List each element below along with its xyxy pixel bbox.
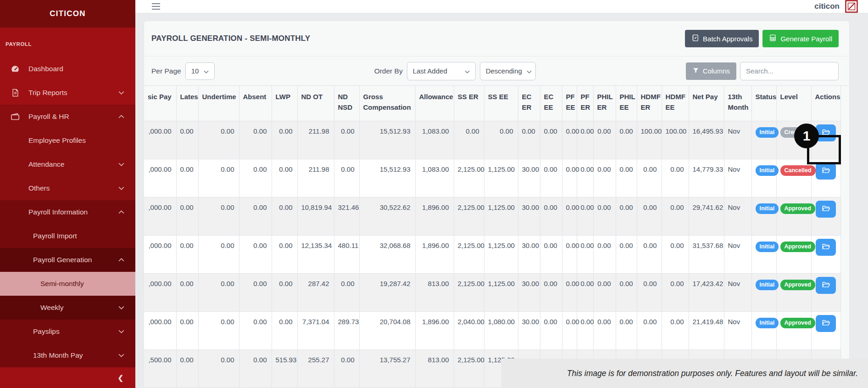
cell: 0.00 — [562, 273, 577, 311]
sidebar-collapse-bar[interactable]: ❮ — [0, 367, 135, 388]
company-logo-icon[interactable] — [845, 0, 858, 13]
column-header-nd-nsd: ND NSD — [334, 86, 359, 121]
sidebar-item-employee-profiles[interactable]: Employee Profiles — [0, 129, 135, 152]
wallet-icon — [9, 112, 21, 122]
cell: 100.00 — [662, 121, 689, 159]
order-by-select[interactable]: Last Added — [407, 62, 476, 80]
batch-approvals-button[interactable]: Batch Approvals — [685, 30, 759, 47]
generate-payroll-button[interactable]: Generate Payroll — [762, 30, 839, 47]
document-icon — [9, 88, 21, 97]
per-page-label: Per Page — [151, 67, 181, 75]
sidebar-item-dashboard[interactable]: Dashboard — [0, 57, 135, 81]
column-header-allowance: Allowance — [415, 86, 454, 121]
column-header-hdmf-ee: HDMF EE — [662, 86, 689, 121]
table-row: ,000.000.000.000.000.0010,819.94321.4630… — [144, 197, 840, 235]
cell: 0.00 — [334, 349, 359, 388]
sidebar-item-payslips[interactable]: Payslips — [0, 320, 135, 343]
per-page-select[interactable]: 10 — [185, 62, 215, 80]
cell: 1,080.00 — [484, 311, 518, 349]
open-payroll-button[interactable] — [816, 315, 836, 332]
cell: 15,512.93 — [359, 159, 415, 197]
sidebar-item-label: Payroll & HR — [28, 112, 69, 121]
sidebar-item-label: Payslips — [33, 327, 60, 336]
sidebar-item-payroll-information[interactable]: Payroll Information — [0, 200, 135, 224]
cell: 20,704.08 — [359, 311, 415, 349]
sidebar-item-label: Dashboard — [28, 65, 63, 73]
cell: 0.00 — [272, 311, 297, 349]
payroll-table: sic PayLatesUndertimeAbsentLWPND OTND NS… — [144, 85, 849, 388]
menu-toggle-icon[interactable] — [151, 3, 161, 10]
sidebar-item-attendance[interactable]: Attendance — [0, 152, 135, 176]
cell: 0.00 — [562, 159, 577, 197]
cell: 1,125.00 — [484, 235, 518, 273]
column-header-ec-ee: EC EE — [540, 86, 562, 121]
sidebar-item-weekly[interactable]: Weekly — [0, 296, 135, 320]
cell: 0.00 — [239, 159, 272, 197]
cell: 2,125.00 — [454, 159, 484, 197]
open-payroll-button[interactable] — [816, 277, 836, 294]
cell: 0.00 — [616, 121, 637, 159]
cell: 0.00 — [198, 159, 239, 197]
search-input[interactable] — [740, 62, 839, 80]
cell: 0.00 — [176, 311, 198, 349]
cell: 0.00 — [577, 273, 593, 311]
cell: 813.00 — [415, 349, 454, 388]
cell: 32,068.68 — [359, 235, 415, 273]
cell-actions — [811, 311, 840, 349]
columns-button[interactable]: Columns — [686, 62, 736, 80]
sidebar-item-semi-monthly[interactable]: Semi-monthly — [0, 272, 135, 296]
level-badge: Approved — [780, 242, 815, 252]
order-direction-select[interactable]: Descending — [480, 62, 536, 80]
cell: 0.00 — [198, 311, 239, 349]
folder-open-icon — [822, 281, 830, 290]
cell: ,000.00 — [144, 121, 176, 159]
column-header-ec-er: EC ER — [518, 86, 540, 121]
cell: 2,125.00 — [454, 197, 484, 235]
cell: 0.00 — [637, 159, 662, 197]
cell: 1,083.00 — [415, 121, 454, 159]
sidebar-item-13th-month-pay[interactable]: 13th Month Pay — [0, 343, 135, 367]
cell: 29,741.62 — [689, 197, 724, 235]
cell: 0.00 — [662, 273, 689, 311]
open-payroll-button[interactable] — [816, 163, 836, 180]
folder-open-icon — [822, 204, 830, 214]
cell: 211.98 — [297, 121, 334, 159]
cell-actions — [811, 159, 840, 197]
cell: 289.73 — [334, 311, 359, 349]
chevron-down-icon — [118, 306, 124, 309]
order-by-label: Order By — [374, 67, 403, 75]
cell: 0.00 — [593, 197, 616, 235]
cell-actions — [811, 273, 840, 311]
column-header-ss-er: SS ER — [454, 86, 484, 121]
sidebar-item-payroll-hr[interactable]: Payroll & HR — [0, 105, 135, 129]
open-payroll-button[interactable] — [816, 239, 836, 256]
cell: 0.00 — [239, 349, 272, 388]
sidebar-section-label: PAYROLL — [0, 28, 135, 57]
sidebar-item-trip-reports[interactable]: Trip Reports — [0, 81, 135, 105]
cell: ,000.00 — [144, 273, 176, 311]
cell-status: Initial — [751, 159, 776, 197]
cell: 0.00 — [454, 121, 484, 159]
cell: 321.46 — [334, 197, 359, 235]
cell: 0.00 — [616, 197, 637, 235]
sidebar-item-payroll-generation[interactable]: Payroll Generation — [0, 248, 135, 272]
cell: 0.00 — [198, 235, 239, 273]
open-payroll-button[interactable] — [816, 201, 836, 218]
sidebar-item-others[interactable]: Others — [0, 176, 135, 200]
cell: 0.00 — [616, 159, 637, 197]
table-controls: Per Page 10 Order By Last Added — [144, 56, 849, 85]
cell: 0.00 — [198, 349, 239, 388]
column-header-pf-ee: PF EE — [562, 86, 577, 121]
cell: 0.00 — [662, 159, 689, 197]
column-header-sic-pay: sic Pay — [144, 86, 176, 121]
cell: 30.00 — [518, 311, 540, 349]
cell: 0.00 — [662, 311, 689, 349]
cell: 21,419.48 — [689, 311, 724, 349]
column-header-13th-month: 13th Month — [724, 86, 751, 121]
column-header-lates: Lates — [176, 86, 198, 121]
cell: 211.98 — [297, 159, 334, 197]
cell-level: Approved — [776, 235, 811, 273]
cell: 12,135.34 — [297, 235, 334, 273]
sidebar-item-payroll-import[interactable]: Payroll Import — [0, 224, 135, 248]
filter-funnel-icon — [692, 67, 699, 75]
